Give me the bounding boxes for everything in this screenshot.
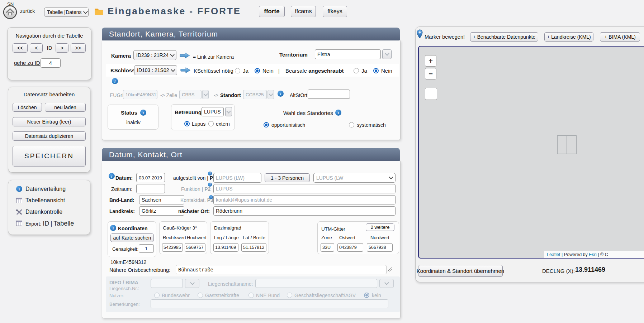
benachbarte-datenpunkte-button[interactable]: + Benachbarte Datenpunkte [470,32,538,42]
landkreise-kml-button[interactable]: + Landkreise (KML) [544,32,593,42]
info-icon[interactable]: i [140,110,146,116]
naechster-ort-input[interactable]: Röderbrunn [213,206,396,216]
genauigkeit-input[interactable]: 1 [139,244,154,253]
utm-ostwert-input[interactable]: 0423879 [337,243,363,252]
bearsafe-ja-radio[interactable] [354,68,359,73]
map-layer-button[interactable] [425,88,437,100]
goto-id-input[interactable]: 4 [41,58,61,68]
utm-more-button[interactable]: 2 weitere [366,223,394,231]
ortsbeschreibung-input[interactable]: Bühnaustraße [176,265,387,274]
nav-next-button[interactable]: > [56,43,68,53]
hochwert-input[interactable]: 5669757 [185,243,205,252]
attribution-separator: | [598,252,599,257]
leaflet-link[interactable]: Leaflet [547,252,560,257]
app-button-ffcams[interactable]: ffcams [291,6,316,17]
kschluessel-nein-radio[interactable] [255,68,260,73]
app-button-fforte[interactable]: fforte [259,6,285,17]
bndland-input[interactable]: Sachsen [139,195,184,204]
info-icon[interactable]: i [109,173,115,179]
back-link[interactable]: zurück [20,8,35,14]
bima-kml-button[interactable]: + BIMA (KML) [600,32,640,42]
liegensch-nr-dropdown [185,279,199,288]
broken-tile-placeholder [557,135,577,154]
kamera-select[interactable]: ID239 : 21R24 [133,50,176,60]
betreuung-extern-radio[interactable] [208,121,214,126]
betreuung-extern-label: extern [216,121,230,127]
p3-input[interactable]: kontakt@lupus-institut.de [213,195,396,204]
goto-id-link[interactable]: gehe zu ID [14,60,40,66]
nav-prev-button[interactable]: < [30,43,43,53]
map-canvas[interactable]: + − Leaflet | Powered by Esri | © C [418,46,644,259]
export-table-link[interactable]: Tabelle [53,220,74,227]
nutzer-gaststreitkraefte-radio [198,293,203,298]
nav-first-button[interactable]: << [13,43,28,53]
betreuung-input[interactable]: LUPUS [202,107,224,116]
export-id-link[interactable]: ID [43,220,49,227]
reload-button[interactable]: neu laden [45,103,86,112]
map-zoom-in-button[interactable]: + [425,55,436,67]
wahl-standort-label: Wahl des Standortes [283,110,333,116]
kschluessel-ja-radio[interactable] [235,68,240,73]
altstort-input[interactable] [308,90,350,99]
betreuung-lupus-radio[interactable] [184,121,190,126]
delete-button[interactable]: Löschen [13,103,42,112]
p1-select-value: LUPUS (LW [316,175,343,181]
esri-link[interactable]: Esri [589,252,597,257]
rechtswert-input[interactable]: 5423985 [162,243,183,252]
info-icon[interactable]: i [335,110,341,116]
nutzer-geschaeft-radio [287,293,292,298]
info-icon[interactable]: i [208,172,212,175]
standort-input: CCBS25 [243,90,267,99]
kschloss-select[interactable]: ID103 : 21S02 [134,65,177,75]
map-zoom-out-button[interactable]: − [425,68,436,79]
info-icon[interactable]: i [278,91,284,97]
systematisch-radio[interactable] [349,122,354,127]
new-entry-button[interactable]: Neuer Eintrag (leer) [13,117,86,126]
territorium-label: Territorium [279,52,308,58]
table-select[interactable]: Tabelle [Datens [44,8,89,17]
app-button-ffkeys[interactable]: ffkeys [323,6,347,17]
liegenschaftsname-input [255,279,377,288]
lat-input[interactable]: 51.157812 [241,243,266,252]
save-button[interactable]: SPEICHERN [13,146,86,167]
bearsafe-nein-radio[interactable] [373,68,379,73]
info-icon[interactable]: i [209,195,213,199]
personen-button[interactable]: 1 - 3 Personen [265,173,310,182]
duplicate-button[interactable]: Datensatz duplizieren [13,131,86,141]
territorium-input[interactable]: Elstra [315,49,381,59]
link-arrow-icon[interactable] [179,52,190,60]
liegenschaftsname-dropdown [379,279,394,288]
nutzer-bundeswehr-radio [154,293,160,298]
edit-title: Datensatz bearbeiten [8,91,90,98]
p2-input[interactable]: LUPUS [213,184,396,193]
info-icon[interactable]: i [208,183,212,187]
p1-input[interactable]: LUPUS (LW) [213,173,261,183]
datum-input[interactable]: 03.07.2019 [136,173,165,182]
map-pin-icon [417,29,423,40]
link-tabellenansicht[interactable]: Tabellenansicht [25,197,65,204]
info-icon[interactable]: i [110,225,116,231]
bearsafe-ja-label: Ja [361,68,367,74]
utm-nordwert-input[interactable]: 5667938 [367,243,393,252]
home-icon[interactable] [3,5,17,19]
lng-input[interactable]: 13.911469 [213,243,238,252]
apply-coordinates-button[interactable]: Koordinaten & Standort übernehmen [418,265,503,277]
link-datenkontrolle[interactable]: Datenkontrolle [25,209,62,215]
utm-zone-input[interactable]: 33U [321,243,334,252]
opportunistisch-radio[interactable] [264,122,269,127]
tools-icon [16,209,23,217]
link-datenverteilung[interactable]: Datenverteilung [25,186,66,192]
zelle-dropdown-button [202,90,209,99]
zeitraum-input[interactable] [136,184,165,193]
nav-last-button[interactable]: >> [71,43,86,53]
info-icon[interactable]: i [112,78,118,84]
landkreis-input[interactable]: Görlitz [139,206,184,216]
dez-title: Dezimalgrad [214,225,241,231]
p1-select[interactable]: LUPUS (LW [313,173,396,183]
resize-handle-icon[interactable] [387,267,392,273]
karte-suchen-button[interactable]: auf Karte suchen [110,233,154,242]
territorium-dropdown-button[interactable] [382,49,392,59]
link-arrow-icon[interactable] [180,67,191,75]
dez-col-lng: Lng / Länge [214,235,239,241]
betreuung-dropdown-button[interactable] [225,107,232,116]
